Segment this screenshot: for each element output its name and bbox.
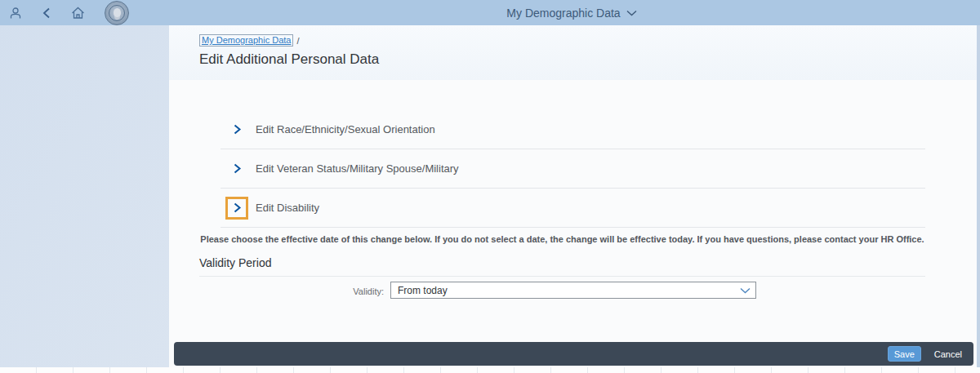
save-button[interactable]: Save: [888, 346, 921, 362]
validity-label: Validity:: [292, 283, 384, 300]
section-label: Edit Race/Ethnicity/Sexual Orientation: [256, 123, 435, 135]
shell-bar: My Demographic Data: [0, 0, 980, 25]
form-divider: [199, 276, 925, 277]
expand-chevron-icon[interactable]: [229, 122, 245, 138]
shell-left-actions: [0, 0, 129, 25]
validity-select[interactable]: From today: [390, 282, 756, 299]
background-table-strip: [0, 367, 980, 373]
breadcrumb: My Demographic Data /: [199, 34, 300, 47]
user-profile-button[interactable]: [7, 4, 24, 22]
chevron-left-icon: [42, 7, 51, 19]
footer-toolbar: Save Cancel: [174, 342, 973, 366]
effective-date-notice: Please choose the effective date of this…: [199, 234, 925, 244]
section-row-race-ethnicity[interactable]: Edit Race/Ethnicity/Sexual Orientation: [220, 110, 925, 149]
scrollbar[interactable]: [977, 25, 980, 367]
expand-chevron-icon-highlighted[interactable]: [229, 200, 245, 216]
home-button[interactable]: [69, 4, 87, 22]
back-button[interactable]: [38, 4, 56, 22]
breadcrumb-link[interactable]: My Demographic Data: [199, 34, 293, 47]
chevron-down-icon: [734, 287, 755, 294]
section-label: Edit Veteran Status/Military Spouse/Mili…: [256, 162, 459, 175]
person-icon: [9, 7, 22, 20]
cancel-button[interactable]: Cancel: [931, 349, 965, 359]
expand-chevron-icon[interactable]: [229, 161, 245, 177]
section-row-veteran-status[interactable]: Edit Veteran Status/Military Spouse/Mili…: [220, 149, 925, 189]
home-icon: [71, 7, 85, 20]
validity-period-heading: Validity Period: [199, 256, 271, 269]
page-header: My Demographic Data / Edit Additional Pe…: [169, 25, 977, 80]
section-row-disability[interactable]: Edit Disability: [220, 189, 925, 228]
section-label: Edit Disability: [256, 202, 319, 214]
breadcrumb-separator: /: [296, 36, 299, 46]
state-seal-logo: [105, 1, 129, 25]
chevron-down-icon: [626, 10, 637, 16]
app-title-menu[interactable]: My Demographic Data: [457, 0, 686, 25]
validity-selected-value: From today: [391, 285, 734, 296]
page-title: Edit Additional Personal Data: [199, 51, 379, 68]
section-list: Edit Race/Ethnicity/Sexual Orientation E…: [220, 110, 925, 228]
content-panel: My Demographic Data / Edit Additional Pe…: [169, 25, 977, 367]
app-title: My Demographic Data: [506, 7, 620, 20]
